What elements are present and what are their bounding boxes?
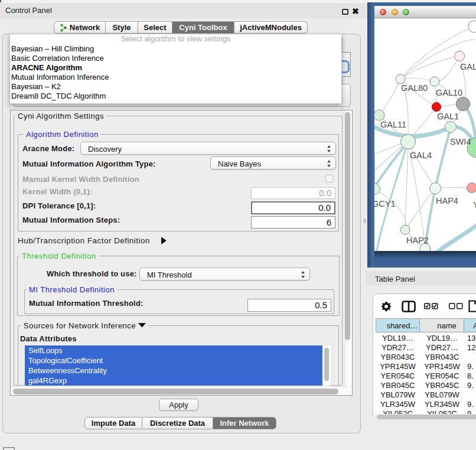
svg-text:Y: Y (473, 200, 476, 210)
svg-text:GAL1: GAL1 (437, 112, 459, 121)
svg-text:HAP2: HAP2 (406, 236, 429, 245)
svg-text:HAP4: HAP4 (436, 196, 458, 206)
svg-text:GAL4: GAL4 (410, 151, 432, 160)
svg-text:SWI4: SWI4 (450, 137, 471, 146)
svg-text:GAL80: GAL80 (401, 83, 428, 93)
svg-text:GAL11: GAL11 (380, 120, 406, 129)
svg-text:GAL10: GAL10 (436, 88, 462, 97)
svg-text:GAL…: GAL… (460, 62, 476, 71)
svg-text:GCY1: GCY1 (374, 199, 396, 208)
